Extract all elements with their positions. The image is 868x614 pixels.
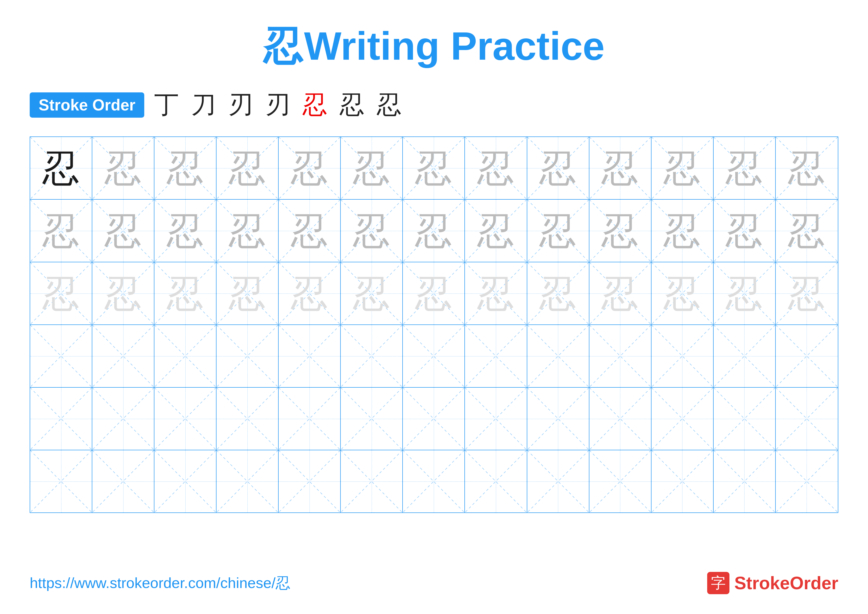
grid-cell[interactable]: 忍 (30, 200, 92, 262)
grid-cell[interactable]: 忍 (30, 262, 92, 325)
grid-cell[interactable] (527, 388, 589, 450)
grid-cell[interactable]: 忍 (776, 137, 838, 199)
grid-cell[interactable]: 忍 (92, 137, 154, 199)
grid-cell[interactable]: 忍 (527, 200, 589, 262)
grid-cell[interactable] (714, 450, 776, 513)
cell-char: 忍 (726, 275, 763, 312)
grid-cell[interactable]: 忍 (776, 200, 838, 262)
grid-cell[interactable] (651, 450, 714, 513)
grid-cell[interactable] (279, 388, 341, 450)
grid-cell[interactable] (651, 325, 714, 387)
grid-cell[interactable]: 忍 (651, 137, 714, 199)
grid-cell[interactable] (30, 325, 92, 387)
grid-cell[interactable] (527, 325, 589, 387)
grid-row: 忍 忍 忍 忍 忍 忍 忍 忍 (30, 137, 838, 200)
grid-cell[interactable] (403, 325, 465, 387)
grid-cell[interactable] (341, 325, 403, 387)
grid-cell[interactable]: 忍 (465, 262, 527, 325)
grid-cell[interactable] (92, 450, 154, 513)
grid-cell[interactable] (465, 450, 527, 513)
grid-cell[interactable]: 忍 (403, 137, 465, 199)
grid-cell[interactable] (154, 388, 217, 450)
grid-cell[interactable] (651, 388, 714, 450)
grid-row: 忍 忍 忍 忍 忍 忍 忍 忍 (30, 200, 838, 262)
grid-cell[interactable] (279, 325, 341, 387)
svg-line-126 (714, 388, 775, 450)
grid-cell[interactable]: 忍 (651, 262, 714, 325)
grid-cell[interactable]: 忍 (527, 262, 589, 325)
grid-cell[interactable]: 忍 (154, 200, 217, 262)
grid-cell[interactable] (30, 450, 92, 513)
cell-char: 忍 (167, 212, 204, 249)
grid-cell[interactable] (465, 325, 527, 387)
grid-cell[interactable] (714, 325, 776, 387)
grid-cell[interactable] (714, 388, 776, 450)
grid-cell[interactable]: 忍 (714, 200, 776, 262)
grid-cell[interactable]: 忍 (714, 137, 776, 199)
grid-cell[interactable]: 忍 (217, 262, 279, 325)
cell-char: 忍 (353, 212, 390, 249)
grid-cell[interactable]: 忍 (30, 137, 92, 199)
grid-cell[interactable]: 忍 (279, 262, 341, 325)
grid-cell[interactable] (776, 325, 838, 387)
grid-cell[interactable] (776, 388, 838, 450)
grid-cell[interactable]: 忍 (651, 200, 714, 262)
grid-cell[interactable] (589, 325, 651, 387)
grid-cell[interactable]: 忍 (92, 262, 154, 325)
cell-char: 忍 (477, 149, 515, 187)
grid-cell[interactable]: 忍 (527, 137, 589, 199)
grid-cell[interactable] (217, 450, 279, 513)
grid-cell[interactable]: 忍 (341, 262, 403, 325)
grid-cell[interactable]: 忍 (403, 262, 465, 325)
grid-cell[interactable] (589, 450, 651, 513)
grid-cell[interactable]: 忍 (341, 200, 403, 262)
cell-char: 忍 (663, 149, 701, 187)
grid-cell[interactable]: 忍 (403, 200, 465, 262)
grid-cell[interactable] (217, 325, 279, 387)
practice-grid: 忍 忍 忍 忍 忍 忍 忍 忍 (30, 137, 838, 513)
stroke-1: 丁 (154, 88, 179, 121)
svg-line-97 (589, 325, 651, 387)
grid-cell[interactable] (341, 388, 403, 450)
svg-line-127 (714, 388, 775, 450)
grid-cell[interactable] (279, 450, 341, 513)
grid-cell[interactable]: 忍 (217, 200, 279, 262)
svg-line-102 (776, 325, 838, 387)
grid-cell[interactable] (465, 388, 527, 450)
grid-cell[interactable] (217, 388, 279, 450)
grid-cell[interactable] (589, 388, 651, 450)
grid-cell[interactable]: 忍 (92, 200, 154, 262)
svg-line-135 (154, 450, 216, 513)
grid-cell[interactable]: 忍 (465, 137, 527, 199)
svg-line-155 (776, 450, 838, 513)
grid-cell[interactable]: 忍 (217, 137, 279, 199)
grid-cell[interactable]: 忍 (154, 262, 217, 325)
title-text: Writing Practice (304, 24, 605, 68)
grid-cell[interactable] (154, 325, 217, 387)
grid-cell[interactable]: 忍 (341, 137, 403, 199)
grid-cell[interactable]: 忍 (279, 200, 341, 262)
svg-line-85 (217, 325, 278, 387)
svg-line-91 (403, 325, 465, 387)
grid-cell[interactable]: 忍 (714, 262, 776, 325)
svg-line-122 (589, 388, 651, 450)
grid-cell[interactable]: 忍 (589, 262, 651, 325)
svg-line-136 (217, 450, 278, 513)
grid-cell[interactable]: 忍 (279, 137, 341, 199)
grid-cell[interactable] (154, 450, 217, 513)
grid-cell[interactable] (527, 450, 589, 513)
svg-line-118 (465, 388, 527, 450)
grid-cell[interactable]: 忍 (589, 137, 651, 199)
grid-cell[interactable] (776, 450, 838, 513)
grid-cell[interactable] (92, 388, 154, 450)
grid-cell[interactable]: 忍 (465, 200, 527, 262)
stroke-7: 忍 (377, 88, 401, 121)
grid-cell[interactable] (403, 388, 465, 450)
grid-cell[interactable] (30, 388, 92, 450)
grid-cell[interactable] (403, 450, 465, 513)
grid-cell[interactable] (341, 450, 403, 513)
grid-cell[interactable]: 忍 (776, 262, 838, 325)
grid-cell[interactable] (92, 325, 154, 387)
grid-cell[interactable]: 忍 (589, 200, 651, 262)
grid-cell[interactable]: 忍 (154, 137, 217, 199)
